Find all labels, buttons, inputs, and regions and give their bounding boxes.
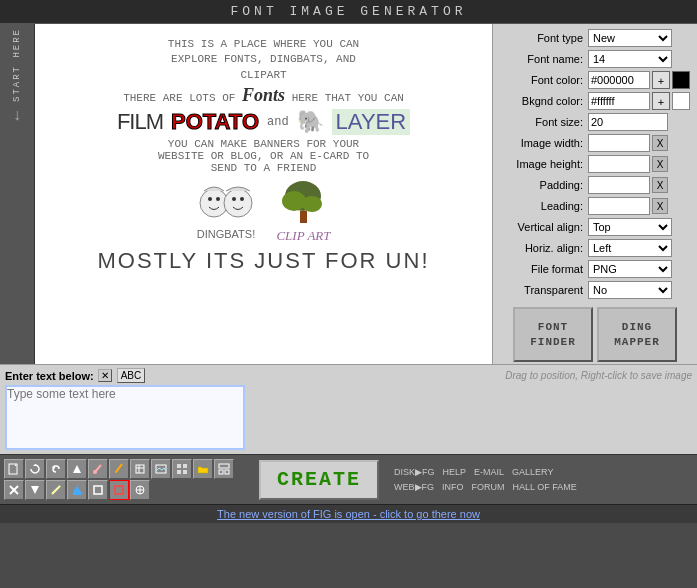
- image-height-x-btn[interactable]: X: [652, 156, 668, 172]
- ding-mapper-label: DINGMAPPER: [614, 320, 660, 349]
- leading-x-btn[interactable]: X: [652, 198, 668, 214]
- bottom-link[interactable]: The new version of FIG is open - click t…: [217, 508, 480, 520]
- tool-brush-btn[interactable]: [88, 459, 108, 479]
- font-name-select[interactable]: 14: [588, 50, 672, 68]
- canvas-area[interactable]: THIS IS A PLACE WHERE YOU CAN EXPLORE FO…: [35, 24, 492, 364]
- tool-fill-btn[interactable]: [67, 480, 87, 500]
- tool-rotate-btn[interactable]: [25, 459, 45, 479]
- info-link[interactable]: INFO: [442, 480, 464, 494]
- image-height-input[interactable]: [588, 155, 650, 173]
- padding-label: Padding:: [498, 179, 588, 191]
- tool-crop-btn[interactable]: [130, 459, 150, 479]
- tool-extra-btn[interactable]: [130, 480, 150, 500]
- hall-of-fame-link[interactable]: HALL OF FAME: [513, 480, 577, 494]
- tool-layout-btn[interactable]: [214, 459, 234, 479]
- font-size-input[interactable]: [588, 113, 668, 131]
- svg-rect-35: [94, 486, 102, 494]
- tool-rect-btn[interactable]: [88, 480, 108, 500]
- tool-new-btn[interactable]: [4, 459, 24, 479]
- dingbat-faces-icon: [196, 181, 256, 226]
- sidebar-arrow: ↓: [13, 106, 21, 124]
- webfg-link[interactable]: WEB▶FG: [394, 480, 434, 494]
- bkgnd-color-swatch[interactable]: [672, 92, 690, 110]
- bottom-buttons: FONTFINDER DINGMAPPER: [498, 307, 692, 362]
- fill-icon: [71, 484, 83, 496]
- red-rect-icon: [113, 484, 125, 496]
- image-width-input[interactable]: [588, 134, 650, 152]
- font-size-label: Font size:: [498, 116, 588, 128]
- image-height-row: Image height: X: [498, 155, 692, 173]
- tool-red-rect-btn[interactable]: [109, 480, 129, 500]
- file-format-select[interactable]: PNGGIFJPG: [588, 260, 672, 278]
- horiz-align-select[interactable]: LeftCenterRight: [588, 239, 672, 257]
- text-input-label: Enter text below:: [5, 370, 94, 382]
- right-link-row-1: DISK▶FG HELP E-MAIL GALLERY: [394, 465, 577, 479]
- tool-open-btn[interactable]: [193, 459, 213, 479]
- font-finder-label: FONTFINDER: [530, 320, 576, 349]
- tool-wand-btn[interactable]: [46, 480, 66, 500]
- bkgnd-color-input[interactable]: [588, 92, 650, 110]
- font-color-plus-btn[interactable]: +: [652, 71, 670, 89]
- svg-rect-22: [177, 464, 181, 468]
- title-bar: FONT IMAGE GENERATOR: [0, 0, 697, 24]
- ding-mapper-button[interactable]: DINGMAPPER: [597, 307, 677, 362]
- tool-down-btn[interactable]: [25, 480, 45, 500]
- font-type-select[interactable]: NewAllTopOnd: [588, 29, 672, 47]
- font-name-row: Font name: 14: [498, 50, 692, 68]
- font-color-swatch[interactable]: [672, 71, 690, 89]
- brush-icon: [92, 463, 104, 475]
- svg-rect-36: [115, 486, 123, 494]
- svg-point-8: [282, 191, 306, 211]
- crop-icon: [134, 463, 146, 475]
- horiz-align-label: Horiz. align:: [498, 242, 588, 254]
- tool-undo-btn[interactable]: [46, 459, 66, 479]
- svg-marker-13: [73, 465, 81, 473]
- svg-line-16: [116, 464, 122, 472]
- tool-img-btn[interactable]: [151, 459, 171, 479]
- font-type-label: Font type: [498, 32, 588, 44]
- vertical-align-row: Vertical align: TopMiddleBottom: [498, 218, 692, 236]
- diskfg-link[interactable]: DISK▶FG: [394, 465, 435, 479]
- clipart-tree-icon: [276, 176, 331, 226]
- svg-rect-6: [300, 211, 307, 223]
- font-finder-button[interactable]: FONTFINDER: [513, 307, 593, 362]
- image-width-label: Image width:: [498, 137, 588, 149]
- clear-text-icon[interactable]: ✕: [98, 369, 112, 382]
- svg-rect-25: [183, 470, 187, 474]
- create-button[interactable]: CREATE: [259, 460, 379, 500]
- main-layout: START HERE ↓ THIS IS A PLACE WHERE YOU C…: [0, 24, 697, 364]
- font-color-row: Font color: +: [498, 71, 692, 89]
- leading-input[interactable]: [588, 197, 650, 215]
- svg-rect-27: [219, 470, 223, 474]
- up-arrow-icon: [71, 463, 83, 475]
- canvas-content: THIS IS A PLACE WHERE YOU CAN EXPLORE FO…: [49, 29, 479, 359]
- email-link[interactable]: E-MAIL: [474, 465, 504, 479]
- gallery-link[interactable]: GALLERY: [512, 465, 553, 479]
- transparent-select[interactable]: NoYes: [588, 281, 672, 299]
- bkgnd-color-row: Bkgnd color: +: [498, 92, 692, 110]
- svg-rect-34: [73, 492, 81, 495]
- vertical-align-select[interactable]: TopMiddleBottom: [588, 218, 672, 236]
- abc-button[interactable]: ABC: [117, 368, 146, 383]
- leading-label: Leading:: [498, 200, 588, 212]
- padding-input[interactable]: [588, 176, 650, 194]
- svg-point-15: [93, 470, 97, 474]
- app-title: FONT IMAGE GENERATOR: [230, 4, 466, 19]
- tool-up-btn[interactable]: [67, 459, 87, 479]
- tool-grid-btn[interactable]: [172, 459, 192, 479]
- bold-x-icon: [8, 484, 20, 496]
- bkgnd-color-plus-btn[interactable]: +: [652, 92, 670, 110]
- font-color-input[interactable]: [588, 71, 650, 89]
- padding-x-btn[interactable]: X: [652, 177, 668, 193]
- file-format-row: File format PNGGIFJPG: [498, 260, 692, 278]
- canvas-banner: YOU CAN MAKE BANNERS FOR YOUR WEBSITE OR…: [49, 138, 479, 174]
- help-link[interactable]: HELP: [443, 465, 467, 479]
- svg-point-5: [240, 197, 244, 201]
- text-input-area[interactable]: [5, 385, 245, 450]
- canvas-fonts-line: THERE ARE LOTS OF Fonts HERE THAT YOU CA…: [49, 85, 479, 106]
- image-width-x-btn[interactable]: X: [652, 135, 668, 151]
- transparent-label: Transparent: [498, 284, 588, 296]
- tool-pen-btn[interactable]: [109, 459, 129, 479]
- tool-bold-x-btn[interactable]: [4, 480, 24, 500]
- forum-link[interactable]: FORUM: [472, 480, 505, 494]
